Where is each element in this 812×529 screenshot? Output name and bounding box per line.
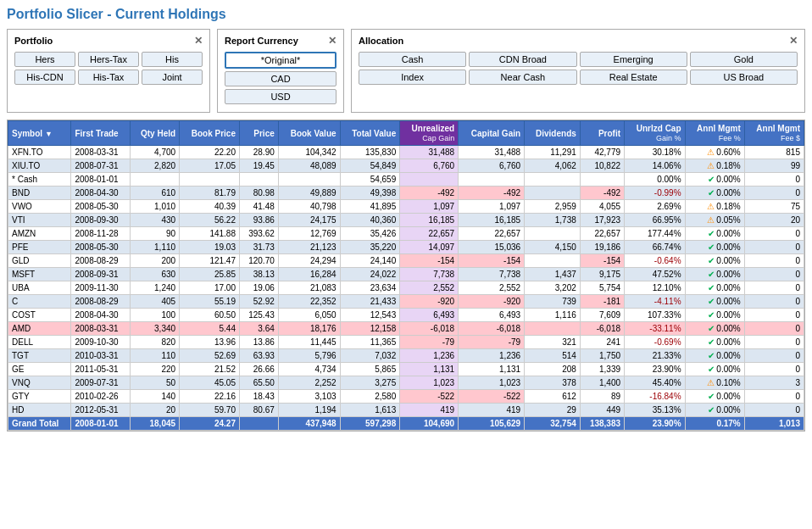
alloc-btn-gold[interactable]: Gold [690, 52, 798, 67]
table-row: PFE2008-05-301,11019.0331.7321,12335,220… [8, 241, 804, 254]
portfolio-btn-his-cdn[interactable]: His-CDN [14, 70, 75, 85]
holdings-table-container: Symbol ▼ First Trade Qty Held Book Price… [7, 120, 805, 432]
col-qty-held[interactable]: Qty Held [131, 121, 180, 146]
alloc-btn-emerging[interactable]: Emerging [580, 52, 687, 67]
col-annl-mgmt-fee-pct[interactable]: Annl MgmtFee % [685, 121, 744, 146]
allocation-close-icon[interactable]: ✕ [789, 35, 798, 47]
alloc-btn-us-broad[interactable]: US Broad [690, 70, 798, 85]
table-row: XFN.TO2008-03-314,70022.2028.90104,34213… [8, 146, 804, 159]
table-row: VWO2008-05-301,01040.3941.4840,79841,895… [8, 200, 804, 214]
table-row: GLD2008-08-29200121.47120.7024,29424,140… [8, 254, 804, 268]
table-row: GE2011-05-3122021.5226.664,7345,8651,131… [8, 363, 804, 376]
table-row: DELL2009-10-3082013.9613.8611,44511,365-… [8, 336, 804, 349]
col-unrlzd-pct[interactable]: Unrlzd CapGain % [625, 121, 685, 146]
table-row: VTI2008-09-3043056.2293.8624,17540,36016… [8, 214, 804, 227]
table-row: TGT2010-03-3111052.6963.935,7967,0321,23… [8, 349, 804, 363]
portfolio-btn-joint[interactable]: Joint [142, 70, 203, 85]
col-symbol[interactable]: Symbol ▼ [8, 121, 71, 146]
table-row: HD2012-05-312059.7080.671,1941,613419419… [8, 404, 804, 417]
col-unrealized-cap-gain[interactable]: UnrealizedCap Gain [400, 121, 459, 146]
table-row: VNQ2009-07-315045.0565.502,2523,2751,023… [8, 376, 804, 390]
page-title: Portfolio Slicer - Current Holdings [7, 7, 805, 22]
grand-total-row: Grand Total2008-01-0118,04524.27437,9485… [8, 417, 804, 431]
alloc-btn-real-estate[interactable]: Real Estate [580, 70, 687, 85]
alloc-btn-cash[interactable]: Cash [359, 52, 466, 67]
report-currency-label: Report Currency [225, 36, 298, 46]
report-btn-usd[interactable]: USD [225, 89, 336, 104]
table-row: * Cash2008-01-0154,6590.00%✔ 0.00%0 [8, 173, 804, 187]
col-annl-mgmt-fee-s[interactable]: Annl MgmtFee $ [744, 121, 804, 146]
col-dividends[interactable]: Dividends [525, 121, 581, 146]
col-book-value[interactable]: Book Value [278, 121, 340, 146]
col-total-value[interactable]: Total Value [340, 121, 400, 146]
table-row: C2008-08-2940555.1952.9222,35221,433-920… [8, 295, 804, 309]
portfolio-close-icon[interactable]: ✕ [194, 35, 203, 47]
portfolio-btn-hers-tax[interactable]: Hers-Tax [78, 52, 139, 67]
holdings-table: Symbol ▼ First Trade Qty Held Book Price… [8, 120, 804, 431]
table-row: GTY2010-02-2614022.1618.433,1032,580-522… [8, 390, 804, 404]
table-row: COST2008-04-3010060.50125.436,05012,5436… [8, 309, 804, 322]
col-price[interactable]: Price [239, 121, 278, 146]
table-row: MSFT2008-09-3163025.8538.1316,28424,0227… [8, 268, 804, 281]
report-currency-panel: Report Currency ✕ *Original*CADUSD [217, 29, 344, 113]
col-profit[interactable]: Profit [580, 121, 624, 146]
report-btn-original[interactable]: *Original* [225, 52, 336, 69]
alloc-btn-cdn-broad[interactable]: CDN Broad [469, 52, 576, 67]
portfolio-panel: Portfolio ✕ HersHers-TaxHisHis-CDNHis-Ta… [7, 29, 210, 113]
portfolio-label: Portfolio [14, 36, 53, 46]
allocation-panel: Allocation ✕ CashCDN BroadEmergingGoldIn… [351, 29, 805, 113]
table-row: AMZN2008-11-2890141.88393.6212,76935,426… [8, 227, 804, 241]
alloc-btn-index[interactable]: Index [359, 70, 466, 85]
report-currency-close-icon[interactable]: ✕ [328, 35, 336, 47]
portfolio-btn-hers[interactable]: Hers [14, 52, 75, 67]
portfolio-btn-his[interactable]: His [142, 52, 203, 67]
allocation-label: Allocation [359, 36, 403, 46]
col-capital-gain[interactable]: Capital Gain [459, 121, 525, 146]
table-row: AMD2008-03-313,3405.443.6418,17612,158-6… [8, 322, 804, 336]
col-first-trade[interactable]: First Trade [71, 121, 131, 146]
table-row: UBA2009-11-301,24017.0019.0621,08323,634… [8, 281, 804, 295]
table-row: XIU.TO2008-07-312,82017.0519.4548,08954,… [8, 159, 804, 173]
portfolio-btn-his-tax[interactable]: His-Tax [78, 70, 139, 85]
alloc-btn-near-cash[interactable]: Near Cash [469, 70, 576, 85]
col-book-price[interactable]: Book Price [180, 121, 240, 146]
report-btn-cad[interactable]: CAD [225, 71, 336, 86]
table-row: BND2008-04-3061081.7980.9849,88949,398-4… [8, 187, 804, 200]
